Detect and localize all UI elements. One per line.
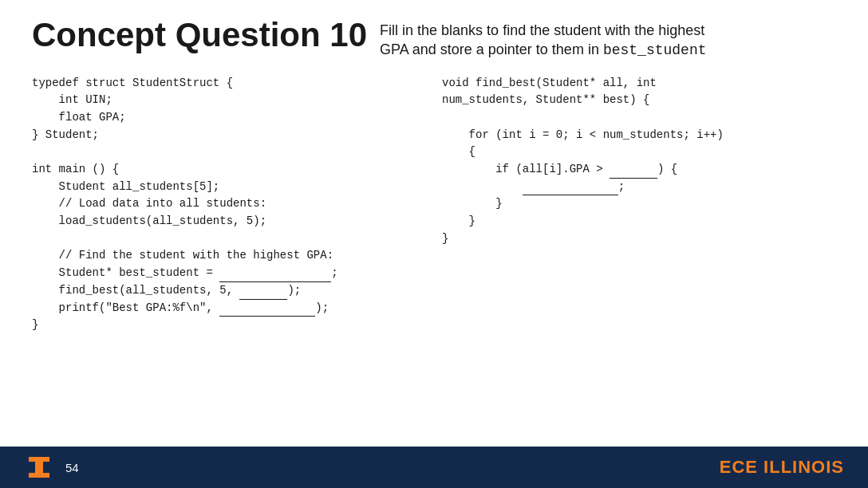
main-content: Concept Question 10 Fill in the blanks t… bbox=[0, 0, 868, 443]
blank-find-best-arg bbox=[239, 289, 287, 300]
svg-rect-2 bbox=[35, 462, 43, 473]
blank-update-best bbox=[523, 184, 618, 195]
illinois-logo-icon bbox=[24, 452, 54, 482]
code-left: typedef struct StudentStruct { int UIN; … bbox=[32, 75, 434, 334]
concept-title: Concept Question 10 bbox=[32, 16, 367, 54]
blank-printf-arg bbox=[219, 305, 315, 317]
title-row: Concept Question 10 Fill in the blanks t… bbox=[32, 16, 836, 61]
svg-rect-3 bbox=[29, 473, 49, 478]
page-number: 54 bbox=[65, 461, 79, 474]
code-columns: typedef struct StudentStruct { int UIN; … bbox=[32, 75, 836, 334]
svg-rect-1 bbox=[29, 457, 49, 462]
blank-best-student bbox=[219, 271, 331, 282]
blank-gpa-compare bbox=[610, 167, 657, 179]
title-description: Fill in the blanks to find the student w… bbox=[380, 16, 706, 61]
footer: 54 ECE ILLINOIS bbox=[0, 447, 868, 488]
right-code-block: void find_best(Student* all, int num_stu… bbox=[442, 75, 836, 248]
footer-left: 54 bbox=[24, 452, 79, 482]
left-code-block: typedef struct StudentStruct { int UIN; … bbox=[32, 75, 418, 334]
brand-label: ECE ILLINOIS bbox=[720, 457, 844, 478]
code-right: void find_best(Student* all, int num_stu… bbox=[434, 75, 836, 334]
